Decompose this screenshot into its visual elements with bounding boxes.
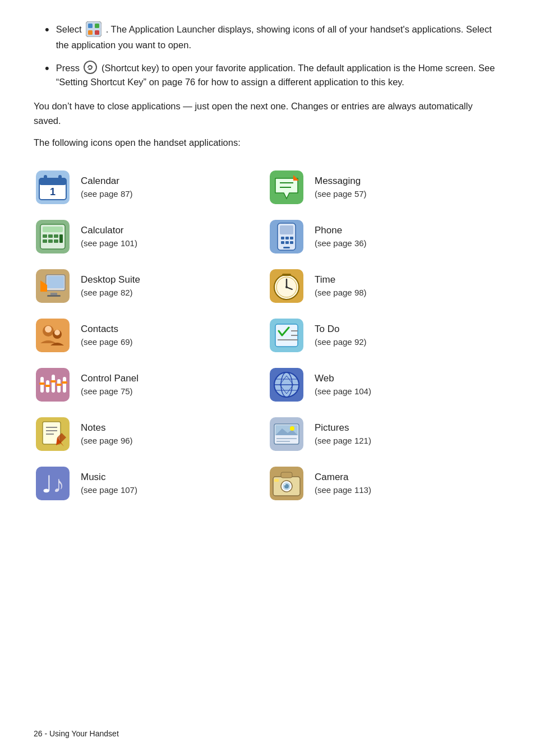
phone-icon [270,220,303,253]
controlpanel-icon [36,368,70,402]
svg-rect-72 [282,274,291,276]
bullet-text-press: Press (Shortcut key) to open your favori… [56,61,501,89]
select-label: Select [56,24,84,34]
contacts-name: Contacts [81,322,133,336]
svg-rect-43 [56,384,62,386]
svg-rect-21 [54,239,58,243]
svg-rect-10 [44,175,47,182]
svg-rect-20 [48,239,53,243]
notes-label: Notes (see page 96) [81,421,133,447]
web-icon-wrap [268,366,306,404]
svg-rect-65 [283,247,290,248]
app-row-time: Time (see page 98) [268,261,501,311]
desktop-icon [36,269,70,303]
notes-icon [36,417,70,451]
svg-rect-4 [95,30,99,35]
app-row-notes: Notes (see page 96) [34,409,268,459]
todo-label: To Do (see page 92) [315,322,367,348]
launcher-icon [86,21,102,37]
shortcut-icon [84,61,97,74]
pictures-icon-wrap [268,415,306,453]
svg-rect-59 [281,237,284,239]
app-row-contacts: Contacts (see page 69) [34,311,268,360]
bullet-select: • Select . The Application Launcher disp… [34,22,501,52]
apps-grid: 1 Calendar (see page 87) [34,163,501,508]
calculator-name: Calculator [81,224,137,238]
svg-rect-22 [59,234,63,243]
app-row-calendar: 1 Calendar (see page 87) [34,163,268,212]
calendar-icon-wrap: 1 [34,168,72,206]
bullet-press: • Press (Shortcut key) to open your favo… [34,61,501,89]
svg-rect-29 [36,319,70,352]
music-page: (see page 107) [81,484,137,496]
camera-label: Camera (see page 113) [315,471,371,496]
time-name: Time [315,273,367,287]
svg-rect-37 [52,375,55,393]
svg-rect-18 [54,234,58,238]
svg-rect-61 [290,237,293,239]
notes-icon-wrap [34,415,72,453]
svg-rect-15 [43,227,63,232]
calculator-label: Calculator (see page 101) [81,224,137,250]
camera-icon [270,467,303,500]
press-text-after: (Shortcut key) to open your favorite app… [56,63,495,87]
svg-rect-1 [88,24,93,28]
calculator-icon-wrap [34,218,72,256]
app-row-messaging: Messaging (see page 57) [268,163,501,212]
time-icon [270,269,303,303]
app-row-camera: Camera (see page 113) [268,459,501,508]
music-icon-wrap: ♩ ♪ [34,464,72,503]
svg-rect-16 [43,234,47,238]
calendar-label: Calendar (see page 87) [81,174,133,200]
phone-label: Phone (see page 36) [315,224,367,250]
web-icon [270,368,303,402]
svg-rect-27 [50,293,57,295]
web-page: (see page 104) [315,385,371,398]
bullet-dot-1: • [45,21,49,39]
paragraph-1: You don’t have to close applications — j… [34,99,501,128]
svg-rect-19 [43,239,47,243]
contacts-icon-wrap [34,316,72,354]
music-name: Music [81,471,137,485]
contacts-icon [36,319,70,352]
apps-left-column: 1 Calendar (see page 87) [34,163,268,508]
svg-rect-63 [285,241,289,244]
desktop-icon-wrap [34,267,72,305]
svg-point-99 [284,483,286,485]
desktop-label: Desktop Suite (see page 82) [81,273,140,299]
messaging-page: (see page 57) [315,188,367,200]
svg-rect-62 [281,241,284,244]
svg-rect-41 [45,385,50,387]
svg-point-6 [89,68,90,70]
svg-rect-28 [47,295,61,297]
messaging-icon-wrap [268,168,306,206]
pictures-icon [270,417,303,451]
svg-rect-40 [39,382,45,385]
camera-name: Camera [315,471,371,485]
svg-point-33 [54,330,60,335]
contacts-page: (see page 69) [81,336,133,348]
svg-rect-60 [285,237,289,239]
footer-text: 26 - Using Your Handset [34,729,119,738]
calculator-page: (see page 101) [81,237,137,250]
calendar-page: (see page 87) [81,188,133,200]
notes-page: (see page 96) [81,435,133,447]
app-row-phone: Phone (see page 36) [268,212,501,261]
svg-rect-25 [47,276,64,288]
app-row-controlpanel: Control Panel (see page 75) [34,360,268,409]
svg-rect-95 [281,472,292,478]
svg-rect-17 [48,234,53,238]
music-label: Music (see page 107) [81,471,137,496]
messaging-label: Messaging (see page 57) [315,174,367,200]
pictures-label: Pictures (see page 121) [315,421,371,447]
svg-text:♪: ♪ [53,472,64,497]
svg-rect-2 [95,24,99,28]
svg-text:♩: ♩ [41,472,53,497]
time-label: Time (see page 98) [315,273,367,299]
bullet-text-select: Select . The Application Launcher displa… [56,22,501,52]
web-label: Web (see page 104) [315,372,371,398]
controlpanel-icon-wrap [34,366,72,404]
svg-point-5 [84,61,96,73]
bullet-dot-2: • [45,60,49,77]
pictures-page: (see page 121) [315,435,371,447]
